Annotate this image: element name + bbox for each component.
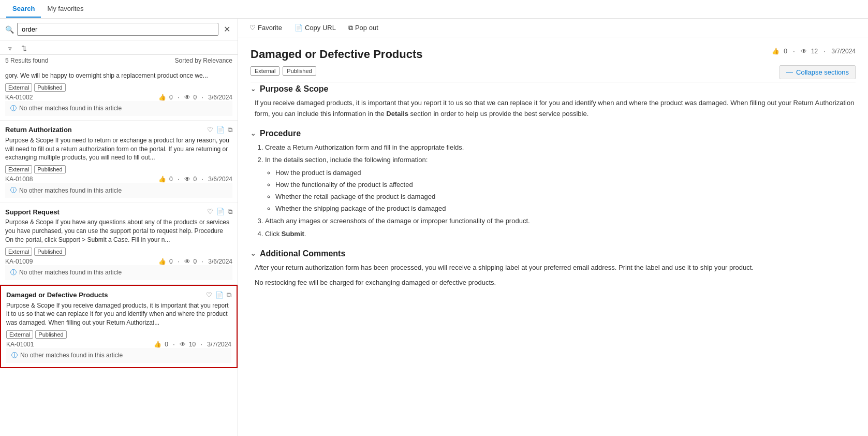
- result-footer: KA-01002 👍 0 · 👁 0 · 3/6/2024: [5, 94, 232, 101]
- result-title: Damaged or Defective Products: [6, 291, 108, 299]
- like-icon: 👍: [772, 48, 779, 55]
- like-count: 0: [784, 48, 787, 55]
- article-title-block: Damaged or Defective Products External P…: [251, 48, 423, 80]
- view-count: 12: [811, 48, 818, 55]
- procedure-step-4: Click Submit.: [265, 229, 856, 240]
- result-header: Return Authorization ♡ 📄 ⧉: [5, 126, 232, 134]
- article-stats: 👍 0 · 👁 12 · 3/7/2024: [772, 48, 856, 55]
- result-date: 3/6/2024: [208, 94, 232, 101]
- result-item[interactable]: Support Request ♡ 📄 ⧉ Purpose & Scope If…: [0, 202, 238, 284]
- main-layout: 🔍 ✕ ▿ ⇅ 5 Results found Sorted by Releva…: [0, 19, 868, 436]
- result-date: 3/6/2024: [208, 258, 232, 265]
- tag-published: Published: [34, 248, 65, 256]
- section-title-comments: Additional Comments: [260, 249, 345, 258]
- result-tags: External Published: [6, 330, 231, 339]
- results-count: 5 Results found: [5, 57, 48, 64]
- procedure-list: Create a Return Authorization form and f…: [255, 142, 856, 240]
- result-action-icons: ♡ 📄 ⧉: [207, 208, 232, 216]
- article-tag-published: Published: [283, 66, 316, 76]
- favorite-icon[interactable]: ♡: [206, 291, 212, 299]
- tag-external: External: [6, 330, 33, 339]
- ka-id: KA-01009: [5, 258, 33, 265]
- no-match-notice: ⓘ No other matches found in this article: [5, 183, 232, 198]
- copy-icon[interactable]: 📄: [216, 126, 225, 134]
- result-excerpt: Purpose & Scope If you have any question…: [5, 218, 232, 244]
- article-divider: [251, 82, 856, 82]
- copy-icon[interactable]: 📄: [216, 208, 225, 216]
- article-meta-tags: External Published: [251, 66, 423, 76]
- favorite-button[interactable]: ♡ Favorite: [246, 22, 285, 34]
- filter-button[interactable]: ▿: [5, 42, 15, 54]
- popout-button[interactable]: ⧉ Pop out: [345, 22, 381, 34]
- search-input[interactable]: [17, 23, 218, 36]
- like-count: 0: [169, 94, 173, 101]
- tag-external: External: [5, 83, 32, 92]
- clear-search-button[interactable]: ✕: [222, 23, 232, 35]
- result-title: Return Authorization: [5, 126, 72, 134]
- article-right-meta: 👍 0 · 👁 12 · 3/7/2024 ― Collapse section…: [772, 48, 856, 79]
- sub-item-1: How the product is damaged: [275, 168, 856, 179]
- section-body-comments: After your return authorization form has…: [251, 263, 856, 288]
- article-date: 3/7/2024: [831, 48, 856, 55]
- section-body-purpose: If you receive damaged products, it is i…: [251, 98, 856, 120]
- article-content: Damaged or Defective Products External P…: [238, 37, 868, 436]
- tab-search[interactable]: Search: [6, 1, 41, 18]
- result-date: 3/7/2024: [207, 341, 231, 348]
- top-nav: Search My favorites: [0, 0, 868, 19]
- result-item[interactable]: Return Authorization ♡ 📄 ⧉ Purpose & Sco…: [0, 121, 238, 202]
- tag-published: Published: [35, 330, 66, 339]
- copy-url-label: Copy URL: [305, 24, 336, 32]
- sub-item-4: Whether the shipping package of the prod…: [275, 204, 856, 214]
- favorite-icon[interactable]: ♡: [207, 208, 213, 216]
- article-title: Damaged or Defective Products: [251, 48, 423, 61]
- info-icon: ⓘ: [10, 268, 17, 277]
- section-purpose: ⌄ Purpose & Scope If you receive damaged…: [251, 84, 856, 120]
- heart-icon: ♡: [249, 24, 256, 32]
- section-title-purpose: Purpose & Scope: [260, 84, 328, 94]
- section-body-procedure: Create a Return Authorization form and f…: [251, 142, 856, 240]
- result-footer: KA-01008 👍 0 · 👁 0 · 3/6/2024: [5, 176, 232, 183]
- view-count: 0: [194, 94, 197, 101]
- comments-text-2: No restocking fee will be charged for ex…: [255, 278, 856, 288]
- article-header-row: Damaged or Defective Products External P…: [251, 48, 856, 80]
- purpose-text: If you receive damaged products, it is i…: [255, 98, 856, 120]
- result-item-selected[interactable]: Damaged or Defective Products ♡ 📄 ⧉ Purp…: [0, 285, 238, 368]
- info-icon: ⓘ: [10, 104, 17, 113]
- search-meta: 5 Results found Sorted by Relevance: [0, 55, 238, 66]
- collapse-sections-button[interactable]: ― Collapse sections: [779, 65, 856, 79]
- collapse-icon: ―: [786, 68, 793, 76]
- ka-id: KA-01002: [5, 94, 33, 101]
- section-header-purpose[interactable]: ⌄ Purpose & Scope: [251, 84, 856, 94]
- chevron-down-icon: ⌄: [251, 85, 256, 93]
- result-stats: 👍 0 · 👁 0 · 3/6/2024: [158, 94, 232, 101]
- popout-icon[interactable]: ⧉: [227, 291, 231, 299]
- popout-icon[interactable]: ⧉: [228, 208, 232, 216]
- like-icon: 👍: [154, 341, 161, 348]
- section-additional-comments: ⌄ Additional Comments After your return …: [251, 249, 856, 288]
- result-item[interactable]: gory. We will be happy to overnight ship…: [0, 66, 238, 121]
- popout-icon[interactable]: ⧉: [228, 126, 232, 134]
- favorite-icon[interactable]: ♡: [207, 126, 213, 134]
- no-match-notice: ⓘ No other matches found in this article: [6, 348, 231, 363]
- search-bar: 🔍 ✕: [0, 19, 238, 40]
- tab-favorites[interactable]: My favorites: [41, 1, 90, 18]
- result-excerpt: Purpose & Scope If you receive damaged p…: [6, 301, 231, 327]
- sort-button[interactable]: ⇅: [18, 42, 30, 54]
- copy-url-icon: 📄: [295, 24, 303, 32]
- view-icon: 👁: [180, 341, 186, 348]
- copy-url-button[interactable]: 📄 Copy URL: [291, 22, 339, 34]
- ka-id: KA-01001: [6, 341, 34, 348]
- section-header-procedure[interactable]: ⌄ Procedure: [251, 129, 856, 138]
- result-excerpt: gory. We will be happy to overnight ship…: [5, 71, 232, 80]
- like-count: 0: [165, 341, 168, 348]
- like-icon: 👍: [158, 258, 166, 265]
- result-title: Support Request: [5, 208, 60, 216]
- result-date: 3/6/2024: [208, 176, 232, 183]
- view-icon: 👁: [184, 176, 190, 183]
- section-header-comments[interactable]: ⌄ Additional Comments: [251, 249, 856, 258]
- copy-icon[interactable]: 📄: [215, 291, 224, 299]
- sub-item-2: How the functionality of the product is …: [275, 180, 856, 191]
- favorite-label: Favorite: [258, 24, 282, 32]
- section-procedure: ⌄ Procedure Create a Return Authorizatio…: [251, 129, 856, 240]
- procedure-step-3: Attach any images or screenshots of the …: [265, 216, 856, 227]
